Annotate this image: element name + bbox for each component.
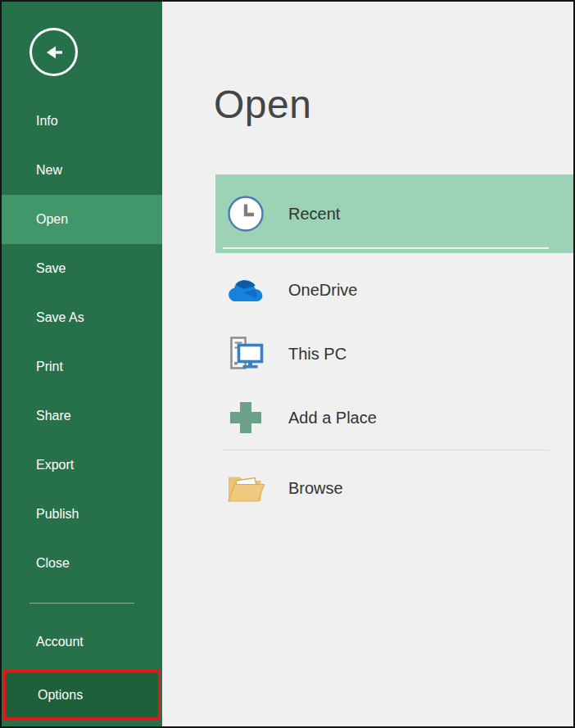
backstage-main-panel: Open Recent OneDrive xyxy=(162,2,573,726)
place-label: Recent xyxy=(288,205,340,224)
place-item-this-pc[interactable]: This PC xyxy=(215,329,573,378)
sidebar-item-account[interactable]: Account xyxy=(2,617,162,667)
place-label: Add a Place xyxy=(288,409,377,427)
sidebar-item-close[interactable]: Close xyxy=(2,539,162,588)
sidebar-item-export[interactable]: Export xyxy=(2,441,162,490)
sidebar-item-share[interactable]: Share xyxy=(2,391,162,441)
sidebar-item-open[interactable]: Open xyxy=(2,195,162,244)
places-divider xyxy=(223,450,549,450)
place-label: This PC xyxy=(288,345,346,364)
place-item-onedrive[interactable]: OneDrive xyxy=(215,265,573,314)
plus-icon xyxy=(226,398,265,437)
folder-icon xyxy=(226,468,265,508)
page-title: Open xyxy=(214,82,311,127)
onedrive-cloud-icon xyxy=(226,270,265,310)
annotation-rectangle: Options xyxy=(3,670,161,720)
sidebar-item-new[interactable]: New xyxy=(2,146,162,195)
sidebar-item-save[interactable]: Save xyxy=(2,244,162,293)
sidebar-item-save-as[interactable]: Save As xyxy=(2,293,162,342)
computer-icon xyxy=(226,334,265,373)
excel-backstage-window: Info New Open Save Save As Print Share E… xyxy=(0,0,575,728)
backstage-sidebar: Info New Open Save Save As Print Share E… xyxy=(2,2,162,726)
back-button[interactable] xyxy=(29,28,78,76)
clock-icon xyxy=(226,194,265,233)
sidebar-nav: Info New Open Save Save As Print Share E… xyxy=(2,97,162,588)
sidebar-item-info[interactable]: Info xyxy=(2,97,162,146)
sidebar-item-options[interactable]: Options xyxy=(6,672,158,717)
left-arrow-icon xyxy=(41,43,67,62)
sidebar-divider xyxy=(29,603,134,604)
sidebar-item-print[interactable]: Print xyxy=(2,342,162,391)
place-label: Browse xyxy=(288,479,343,498)
place-label: OneDrive xyxy=(288,281,357,300)
sidebar-item-publish[interactable]: Publish xyxy=(2,490,162,539)
recent-selected-underline xyxy=(223,247,549,249)
place-item-recent[interactable]: Recent xyxy=(215,174,573,253)
place-item-browse[interactable]: Browse xyxy=(215,463,573,513)
place-item-add-a-place[interactable]: Add a Place xyxy=(215,393,573,442)
